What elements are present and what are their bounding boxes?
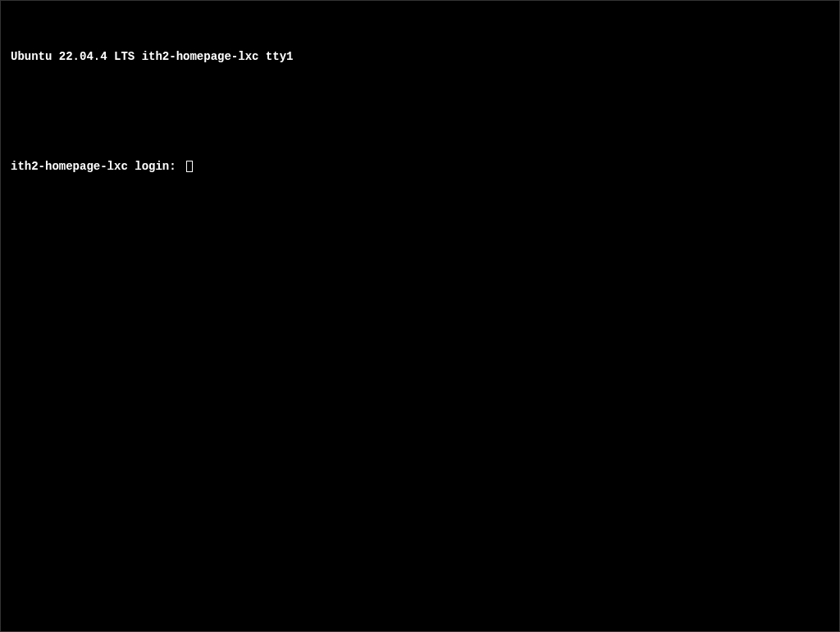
- login-prompt-text: ith2-homepage-lxc login:: [11, 157, 183, 175]
- text-cursor-icon: [186, 161, 193, 172]
- terminal-screen[interactable]: Ubuntu 22.04.4 LTS ith2-homepage-lxc tty…: [1, 1, 839, 631]
- system-banner: Ubuntu 22.04.4 LTS ith2-homepage-lxc tty…: [11, 48, 829, 66]
- login-prompt-line[interactable]: ith2-homepage-lxc login:: [11, 157, 829, 175]
- blank-line: [11, 102, 829, 120]
